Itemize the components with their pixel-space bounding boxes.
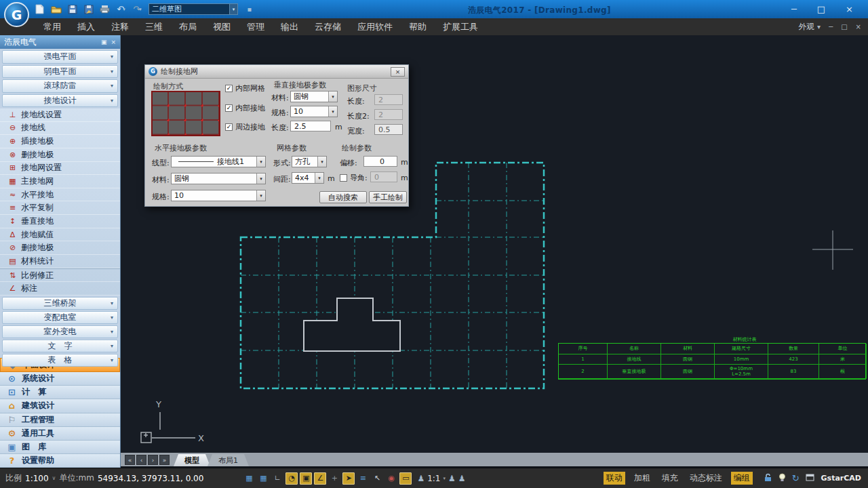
maximize-button[interactable]: □ (817, 4, 825, 14)
horizontal-spec-combobox[interactable]: 10▾ (171, 190, 266, 201)
module-system-design[interactable]: ⊙系统设计 (0, 372, 120, 386)
group-grounding[interactable]: 接地设计▾ (2, 94, 118, 108)
open-folder-icon[interactable] (50, 3, 62, 15)
vertical-spec-combobox[interactable]: 10▾ (290, 106, 338, 117)
group-lightning[interactable]: 滚球防雷▾ (2, 79, 118, 93)
print-icon[interactable] (99, 3, 111, 15)
chevron-down-icon[interactable]: ▾ (256, 174, 265, 184)
vertical-material-combobox[interactable]: 圆钢▾ (290, 91, 338, 102)
tool-grid-settings[interactable]: ⊞接地网设置 (0, 162, 120, 176)
tool-horizontal-ground[interactable]: ≈水平接地 (0, 188, 120, 202)
chevron-down-icon[interactable]: ▾ (328, 106, 337, 117)
ribbon-tab-layout[interactable]: 布局 (172, 19, 203, 35)
group-text[interactable]: 文 字▾ (2, 340, 118, 352)
ortho-icon[interactable]: ∟ (271, 472, 283, 485)
ribbon-tab-help[interactable]: 帮助 (402, 19, 433, 35)
bulb-icon[interactable] (778, 473, 786, 484)
chevron-down-icon[interactable]: ▾ (256, 157, 265, 167)
size-width-input[interactable]: 0.5 (374, 124, 403, 135)
last-tab-icon[interactable]: » (159, 455, 170, 465)
module-common-tools[interactable]: ⚙通用工具 (0, 427, 120, 441)
toggle-group[interactable]: 编组 (731, 472, 753, 485)
toggle-bold[interactable]: 加粗 (631, 472, 653, 485)
osnap-icon[interactable]: ▣ (300, 472, 312, 485)
toolbar-options-icon[interactable]: ▪ (245, 5, 254, 14)
inner-grid-checkbox[interactable]: ✓ 内部网格 (225, 83, 265, 94)
annotation-auto-icon[interactable]: ♟ (458, 474, 466, 483)
workspace-combobox[interactable]: 二维草图 ▾ (149, 3, 238, 15)
toggle-fill[interactable]: 填充 (659, 472, 681, 485)
tool-ground-line[interactable]: ⊖接地线 (0, 122, 120, 136)
palette-close-icon[interactable]: × (111, 39, 116, 45)
perimeter-ground-checkbox[interactable]: ✓ 周边接地 (225, 122, 265, 132)
chamfer-checkbox[interactable]: 导角: (340, 173, 368, 183)
ribbon-tab-express[interactable]: 扩展工具 (436, 19, 485, 35)
save-icon[interactable] (66, 3, 78, 15)
app-logo-icon[interactable]: G (4, 2, 29, 27)
group-table[interactable]: 表 格▾ (2, 354, 118, 367)
lineweight-icon[interactable]: ≡ (357, 472, 369, 485)
grid-form-combobox[interactable]: 方孔▾ (292, 156, 327, 167)
tool-delete-electrode[interactable]: ⊗删接地极 (0, 148, 120, 162)
chevron-down-icon[interactable]: ▾ (317, 157, 326, 167)
group-weak-power[interactable]: 弱电平面▾ (2, 65, 118, 79)
first-tab-icon[interactable]: « (125, 455, 135, 465)
chevron-down-icon[interactable]: ▾ (256, 190, 265, 201)
chevron-down-icon[interactable]: ▾ (315, 173, 323, 183)
tool-dimension[interactable]: ∠标注 (0, 282, 120, 296)
ribbon-tab-manage[interactable]: 管理 (240, 19, 271, 35)
new-file-icon[interactable] (34, 3, 45, 15)
palette-header[interactable]: 浩辰电气 ▣ × (0, 35, 120, 49)
annotation-caret-icon[interactable]: ▾ (443, 476, 446, 481)
record-icon[interactable]: ◉ (385, 472, 397, 485)
ribbon-restore-icon[interactable]: □ (841, 23, 847, 30)
ribbon-minimize-icon[interactable]: ─ (829, 23, 833, 30)
scale-value[interactable]: 1:100 (25, 474, 49, 483)
tool-vertical-ground[interactable]: ↕垂直接地 (0, 215, 120, 228)
ribbon-tab-annotate[interactable]: 注释 (104, 19, 136, 35)
tool-horizontal-copy[interactable]: ≡水平复制 (0, 201, 120, 215)
grid-icon[interactable]: ▦ (257, 472, 269, 485)
horizontal-material-combobox[interactable]: 圆钢▾ (171, 173, 266, 184)
ribbon-close-icon[interactable]: × (856, 23, 861, 30)
redo-icon[interactable]: ↷▾ (132, 3, 143, 15)
tool-material-stats[interactable]: ▤材料统计 (0, 255, 120, 268)
annotation-icon[interactable]: ♟ (417, 474, 425, 483)
polar-icon[interactable]: ◔ (285, 472, 298, 485)
toggle-linkage[interactable]: 联动 (604, 472, 625, 485)
scale-caret-icon[interactable]: ∨ (52, 475, 56, 481)
ribbon-tab-output[interactable]: 输出 (274, 19, 305, 35)
module-library[interactable]: ▣图 库 (0, 441, 120, 454)
palette-pin-icon[interactable]: ▣ (101, 39, 107, 45)
module-project-manage[interactable]: ⚐工程管理 (0, 413, 120, 427)
dialog-title-bar[interactable]: G 绘制接地网 × (145, 65, 408, 79)
dyn-input-icon[interactable]: ➤ (342, 472, 355, 485)
undo-icon[interactable]: ↶▾ (115, 3, 127, 15)
select-cursor-icon[interactable]: ↖ (371, 472, 383, 485)
drawing-canvas[interactable]: Y X 材料统计表 序号 名称 材料 规格尺寸 数量 单位 1 接地线 圆钢 1… (121, 35, 868, 453)
tab-model[interactable]: 模型 (174, 454, 210, 466)
offset-input[interactable]: 0 (363, 156, 397, 167)
dyn-icon[interactable]: + (328, 472, 340, 485)
tab-layout1[interactable]: 布局1 (208, 454, 249, 466)
auto-search-button[interactable]: 自动搜索 (319, 191, 367, 203)
save-as-icon[interactable] (83, 3, 94, 15)
manual-draw-button[interactable]: 手工绘制 (369, 191, 407, 203)
viewport-icon[interactable]: ▭ (399, 472, 412, 485)
refresh-icon[interactable]: ↻ (792, 473, 800, 483)
module-architecture[interactable]: ⌂建筑设计 (0, 399, 120, 413)
prev-tab-icon[interactable]: ‹ (136, 455, 146, 465)
annotation-scale-value[interactable]: 1:1 (427, 474, 440, 483)
workspace-caret-icon[interactable]: ▾ (229, 4, 237, 14)
dialog-close-button[interactable]: × (391, 67, 405, 77)
tool-ground-line-settings[interactable]: ⊥接地线设置 (0, 108, 120, 122)
tool-insert-electrode[interactable]: ⊕插接地极 (0, 135, 120, 148)
module-settings-help[interactable]: ?设置帮助 (0, 454, 120, 468)
grid-spacing-combobox[interactable]: 4x4▾ (292, 172, 324, 184)
ribbon-tab-home[interactable]: 常用 (37, 19, 68, 35)
tool-ground-assign[interactable]: ∆接地赋值 (0, 228, 120, 242)
ribbon-tab-3d[interactable]: 三维 (138, 19, 170, 35)
group-outdoor-substation[interactable]: 室外变电▾ (2, 325, 118, 338)
group-3d-tray[interactable]: 三维桥架▾ (2, 297, 118, 310)
appearance-dropdown[interactable]: 外观 ▾ (798, 21, 821, 33)
